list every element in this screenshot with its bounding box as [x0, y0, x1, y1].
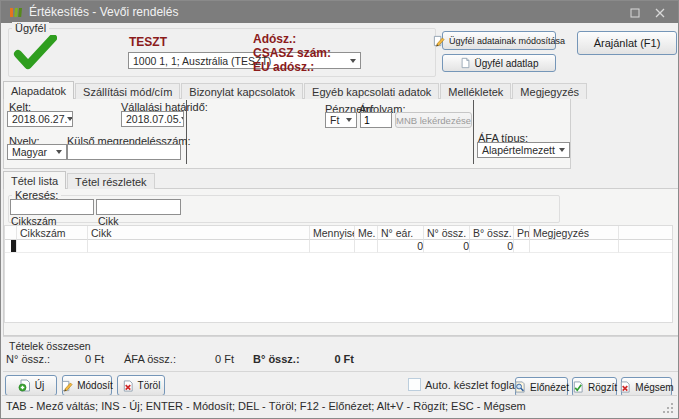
tab-tetel-reszletek[interactable]: Tétel részletek — [67, 173, 155, 189]
cancel-button[interactable]: Mégsem — [621, 377, 672, 397]
window-title: Értékesítés - Vevői rendelés — [29, 5, 178, 19]
deadline-select[interactable]: 2018.07.05. — [121, 111, 184, 127]
row-selector-icon — [11, 240, 16, 253]
gross-total-value: 0 Ft — [294, 353, 354, 365]
customer-name: TESZT — [129, 35, 167, 49]
chevron-down-icon — [67, 117, 73, 121]
new-button[interactable]: Új — [5, 375, 57, 396]
column-header-cikk[interactable]: Cikk — [88, 226, 310, 240]
row-selector-cell — [5, 240, 17, 253]
items-table: Cikkszám Cikk Mennyiség Me. N° eár. N° ö… — [4, 225, 673, 323]
delete-item-button[interactable]: Töröl — [117, 375, 165, 396]
column-header-megjegyzes[interactable]: Megjegyzés — [530, 226, 619, 240]
chevron-down-icon — [350, 59, 356, 63]
cell-me — [355, 240, 378, 253]
search-cikkszam-input[interactable] — [10, 199, 94, 215]
row-selector-header — [5, 226, 17, 240]
customer-select-value: 1000 1, 1; Ausztrália (TESZT) — [133, 55, 271, 67]
gross-total-label: B° össz.: — [253, 353, 300, 365]
mnb-query-button[interactable]: MNB lekérdezése — [395, 112, 472, 128]
cell-netto-osszeg: 0 — [424, 240, 470, 253]
column-header-brutto-osszeg[interactable]: B° össz. — [470, 226, 514, 240]
separator-line — [473, 100, 474, 164]
preview-button[interactable]: Előnézet — [515, 377, 568, 397]
delete-icon — [122, 380, 134, 392]
vat-type-select[interactable]: Alapértelmezett — [477, 142, 570, 158]
main-tabs: Alapadatok Szállítási mód/cím Bizonylat … — [3, 81, 588, 99]
resize-grip[interactable] — [671, 411, 673, 413]
auto-stock-checkbox[interactable] — [408, 378, 421, 391]
cell-mennyiseg — [310, 240, 355, 253]
cell-brutto-osszeg: 0 — [470, 240, 514, 253]
net-total-value: 0 Ft — [44, 353, 104, 365]
cell-cikk — [88, 240, 310, 253]
close-icon — [655, 8, 665, 18]
tab-szallitasi-mod[interactable]: Szállítási mód/cím — [75, 83, 180, 99]
totals-separator — [3, 336, 678, 337]
customer-valid-check-icon — [13, 35, 57, 71]
chevron-down-icon — [346, 118, 352, 122]
chevron-down-icon — [56, 150, 62, 154]
column-header-cikkszam[interactable]: Cikkszám — [17, 226, 88, 240]
column-header-netto-osszeg[interactable]: N° össz. — [424, 226, 470, 240]
customer-datasheet-button[interactable]: Ügyfél adatlap — [442, 54, 556, 72]
title-bar: Értékesítés - Vevői rendelés — [1, 1, 678, 23]
column-header-netto-egysegar[interactable]: N° eár. — [378, 226, 424, 240]
app-icon — [9, 6, 23, 19]
tab-alapadatok[interactable]: Alapadatok — [3, 81, 74, 99]
chevron-down-icon — [181, 117, 184, 121]
page-icon — [460, 57, 471, 69]
modify-item-button[interactable]: Módosít — [62, 375, 112, 396]
item-tabs: Tétel lista Tétel részletek — [3, 171, 156, 189]
cell-cikkszam — [17, 240, 88, 253]
currency-select[interactable]: Ft — [325, 112, 357, 128]
cell-megjegyzes — [530, 240, 619, 253]
table-row[interactable]: 0 0 0 — [5, 240, 672, 253]
date-select[interactable]: 2018.06.27. — [7, 111, 73, 127]
tax-number-label: Adósz.: — [253, 32, 296, 46]
cell-netto-egysegar: 0 — [378, 240, 424, 253]
tab-tetel-lista[interactable]: Tétel lista — [3, 171, 66, 189]
cell-filler — [619, 240, 672, 253]
cell-pn — [514, 240, 530, 253]
chevron-down-icon — [559, 148, 565, 152]
column-header-mennyiseg[interactable]: Mennyiség — [310, 226, 355, 240]
new-item-icon — [18, 379, 31, 392]
tab-egyeb-kapcsolati-adatok[interactable]: Egyéb kapcsolati adatok — [304, 83, 439, 99]
status-text: TAB - Mező váltás; INS - Új; ENTER - Mód… — [6, 400, 526, 412]
vat-total-label: ÁFA össz.: — [124, 353, 176, 365]
language-select[interactable]: Magyar — [7, 144, 67, 160]
column-header-me[interactable]: Me. — [355, 226, 378, 240]
preview-icon — [514, 381, 526, 393]
group-tax-label: CSASZ szám: — [253, 46, 331, 60]
customer-group-label: Ügyfél — [12, 22, 49, 34]
table-header-row: Cikkszám Cikk Mennyiség Me. N° eár. N° ö… — [5, 226, 672, 240]
cancel-icon — [619, 381, 631, 393]
maximize-icon — [630, 8, 640, 18]
tab-megjegyzes[interactable]: Megjegyzés — [512, 83, 587, 99]
column-header-pn[interactable]: Pn. — [514, 226, 530, 240]
column-header-filler — [619, 226, 672, 240]
modify-customer-button[interactable]: Ügyfél adatainak módosítása — [442, 31, 556, 50]
status-bar: TAB - Mező váltás; INS - Új; ENTER - Mód… — [2, 395, 677, 417]
tab-bizonylat-kapcsolatok[interactable]: Bizonylat kapcsolatok — [181, 83, 303, 99]
edit-icon — [433, 35, 445, 47]
actions-separator — [3, 371, 678, 372]
close-button[interactable] — [651, 5, 669, 20]
tab-mellekletek[interactable]: Mellékletek — [440, 83, 511, 99]
separator-line — [186, 100, 187, 164]
save-button[interactable]: Rögzít — [572, 377, 617, 397]
external-order-input[interactable] — [67, 144, 181, 160]
search-cikk-input[interactable] — [96, 199, 181, 215]
eu-tax-label: EU adósz.: — [253, 60, 314, 74]
save-check-icon — [572, 381, 584, 393]
totals-group-label: Tételek összesen — [9, 340, 91, 352]
edit-icon — [61, 380, 73, 392]
sales-order-window: Értékesítés - Vevői rendelés Ügyfél TESZ… — [0, 0, 679, 419]
maximize-button[interactable] — [626, 5, 644, 20]
quote-button[interactable]: Árajánlat (F1) — [577, 31, 677, 55]
rate-input[interactable] — [360, 112, 392, 128]
vat-total-value: 0 Ft — [174, 353, 234, 365]
